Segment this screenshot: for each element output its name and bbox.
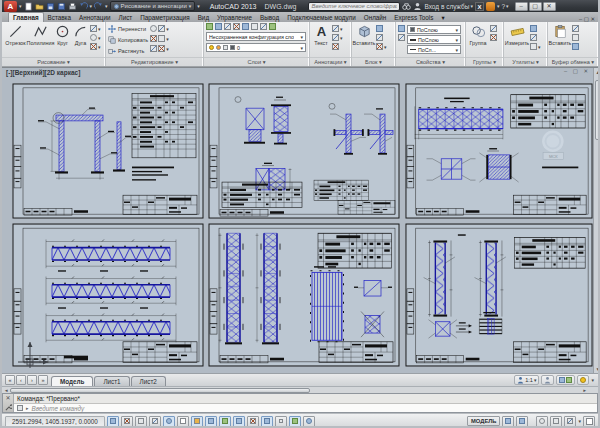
tab-express-tools[interactable]: Express Tools bbox=[390, 13, 437, 22]
quick-view-layouts-icon[interactable] bbox=[502, 416, 514, 427]
scale-icon[interactable] bbox=[150, 45, 157, 52]
chevron-down-icon[interactable]: ▾ bbox=[98, 35, 101, 41]
open-file-icon[interactable] bbox=[35, 2, 44, 11]
horizontal-scrollbar[interactable]: ◄ ► bbox=[2, 386, 598, 393]
array-icon[interactable] bbox=[158, 45, 165, 52]
ducs-toggle[interactable] bbox=[219, 416, 231, 427]
quick-select-icon[interactable] bbox=[530, 25, 537, 32]
tab-layout1[interactable]: Лист1 bbox=[94, 376, 129, 386]
clean-screen-icon[interactable] bbox=[583, 416, 595, 427]
tab-online[interactable]: Онлайн bbox=[360, 13, 391, 22]
create-block-icon[interactable] bbox=[376, 25, 383, 32]
ungroup-icon[interactable] bbox=[490, 25, 497, 32]
selection-cycling-toggle[interactable] bbox=[289, 416, 301, 427]
point-style-icon[interactable] bbox=[530, 43, 537, 50]
panel-draw-label[interactable]: Рисование ▾ bbox=[2, 57, 105, 66]
panel-properties-label[interactable]: Свойства ▾ bbox=[396, 57, 465, 66]
tab-parametric[interactable]: Параметризация bbox=[136, 13, 193, 22]
save-as-icon[interactable] bbox=[57, 2, 66, 11]
minimize-button[interactable]: ‒ bbox=[515, 2, 528, 11]
otrack-toggle[interactable] bbox=[205, 416, 217, 427]
panel-utilities-label[interactable]: Утилиты ▾ bbox=[504, 57, 547, 66]
plot-icon[interactable] bbox=[68, 2, 77, 11]
snap-toggle[interactable] bbox=[121, 416, 133, 427]
drawing-canvas[interactable]: [-][Верхний][2D каркас] ‒ ▢ ✕ bbox=[2, 67, 600, 373]
dimension-icon[interactable] bbox=[332, 25, 339, 32]
fillet-icon[interactable] bbox=[158, 35, 165, 42]
rectangle-tool-icon[interactable] bbox=[90, 25, 97, 32]
chevron-down-icon[interactable]: ▾ bbox=[166, 46, 169, 52]
layer-isolate-icon[interactable] bbox=[224, 23, 231, 30]
polyline-button[interactable]: Полилиния bbox=[29, 23, 52, 46]
insert-block-button[interactable]: Вставить bbox=[354, 23, 374, 46]
paste-button[interactable]: Вставить bbox=[550, 23, 570, 46]
lwt-toggle[interactable] bbox=[247, 416, 259, 427]
annotation-scale-button[interactable]: 1:1 ▾ bbox=[514, 375, 539, 385]
chevron-down-icon[interactable]: ▾ bbox=[591, 377, 594, 383]
tab-layout2[interactable]: Лист2 bbox=[131, 376, 166, 386]
tab-overflow-icon[interactable]: ▾ bbox=[437, 13, 448, 22]
redo-icon[interactable] bbox=[94, 2, 103, 11]
command-area[interactable]: Команда: *Прервано* ▸ Введите команду bbox=[14, 394, 597, 412]
undo-icon[interactable] bbox=[79, 2, 88, 11]
quick-calc-icon[interactable] bbox=[530, 34, 537, 41]
transparency-toggle[interactable] bbox=[261, 416, 273, 427]
chevron-down-icon[interactable]: ▾ bbox=[384, 44, 387, 50]
model-space-button[interactable]: МОДЕЛЬ bbox=[467, 416, 501, 426]
edit-block-icon[interactable] bbox=[376, 34, 383, 41]
layer-match-icon[interactable] bbox=[215, 23, 222, 30]
cut-icon[interactable] bbox=[572, 25, 579, 32]
ortho-toggle[interactable] bbox=[149, 416, 161, 427]
tab-layout[interactable]: Лист bbox=[115, 13, 137, 22]
vertical-scroll-thumb[interactable] bbox=[595, 80, 600, 140]
chevron-down-icon[interactable]: ▾ bbox=[340, 35, 343, 41]
chevron-down-icon[interactable]: ▾ bbox=[578, 418, 581, 424]
infer-constraints-toggle[interactable] bbox=[107, 416, 119, 427]
match-properties-icon[interactable] bbox=[398, 25, 405, 32]
tab-view[interactable]: Вид bbox=[194, 13, 213, 22]
layer-state-dropdown[interactable]: Несохраненная конфигурация сло ▾ bbox=[206, 32, 306, 41]
layer-restore-icon[interactable] bbox=[269, 23, 276, 30]
tab-manage[interactable]: Управление bbox=[213, 13, 256, 22]
next-tab-button[interactable]: › bbox=[27, 375, 37, 385]
rotate-icon[interactable] bbox=[150, 25, 157, 32]
move-button[interactable]: Перенести bbox=[108, 25, 148, 33]
workspace-switcher[interactable]: Рисование и аннотации ▾ bbox=[110, 1, 196, 11]
save-icon[interactable] bbox=[46, 2, 55, 11]
arc-button[interactable]: Дуга bbox=[73, 23, 88, 46]
chevron-down-icon[interactable]: ▾ bbox=[98, 26, 101, 32]
layer-properties-icon[interactable] bbox=[206, 23, 213, 30]
chevron-down-icon[interactable]: ▾ bbox=[538, 44, 541, 50]
viewport-controls[interactable]: [-][Верхний][2D каркас] bbox=[6, 69, 80, 76]
exchange-apps-icon[interactable]: X bbox=[475, 2, 484, 11]
polar-toggle[interactable] bbox=[163, 416, 175, 427]
chevron-down-icon[interactable]: ▾ bbox=[340, 26, 343, 32]
ellipse-tool-icon[interactable] bbox=[90, 34, 97, 41]
osnap-toggle[interactable] bbox=[177, 416, 189, 427]
first-tab-button[interactable]: « bbox=[5, 375, 15, 385]
measure-button[interactable]: Измерить bbox=[506, 23, 528, 46]
layer-lock-icon[interactable] bbox=[251, 23, 258, 30]
group-button[interactable]: Группа bbox=[468, 23, 488, 46]
annotation-monitor-button[interactable] bbox=[577, 375, 589, 385]
panel-modify-label[interactable]: Редактирование ▾ bbox=[106, 57, 203, 66]
mirror-icon[interactable] bbox=[150, 35, 157, 42]
stretch-button[interactable]: Растянуть bbox=[108, 47, 148, 55]
viewport-window-buttons[interactable]: ‒ ▢ ✕ bbox=[564, 68, 590, 74]
close-button[interactable]: ✕ bbox=[543, 2, 556, 11]
text-button[interactable]: А Текст bbox=[312, 23, 330, 46]
layer-walk-icon[interactable] bbox=[260, 23, 267, 30]
block-attributes-icon[interactable] bbox=[376, 43, 383, 50]
quick-properties-toggle[interactable] bbox=[275, 416, 287, 427]
hatch-tool-icon[interactable] bbox=[90, 43, 97, 50]
line-button[interactable]: Отрезок bbox=[4, 23, 27, 46]
panel-clipboard-label[interactable]: Буфер обмена ▾ bbox=[548, 57, 598, 66]
leader-icon[interactable] bbox=[332, 34, 339, 41]
panel-groups-label[interactable]: Группы ▾ bbox=[466, 57, 503, 66]
vertical-scrollbar[interactable]: ▲ ▼ bbox=[593, 68, 600, 373]
coordinates-display[interactable]: 2591.2994, 1405.1937, 0.0000 bbox=[5, 416, 105, 427]
tab-home[interactable]: Главная bbox=[8, 12, 44, 22]
qat-overflow-icon[interactable]: ▾ bbox=[197, 4, 200, 9]
tab-output[interactable]: Вывод bbox=[256, 13, 283, 22]
chevron-down-icon[interactable]: ▾ bbox=[90, 4, 93, 9]
